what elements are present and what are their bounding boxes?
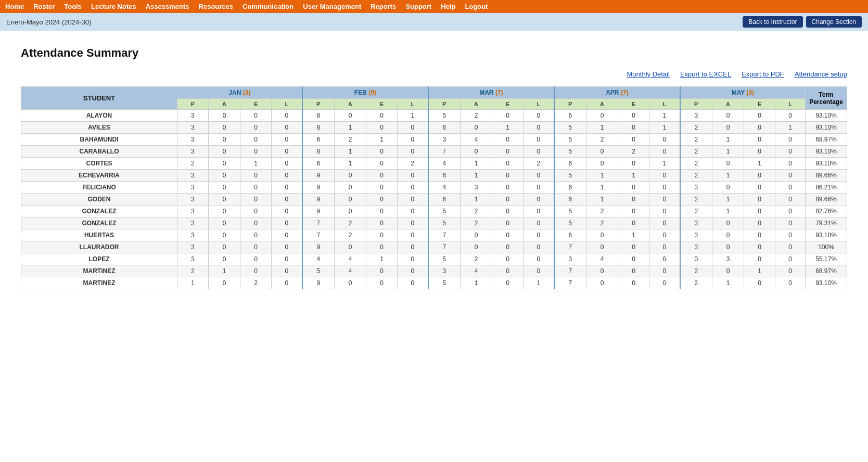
cell-mar-e: 0 xyxy=(492,146,524,158)
cell-mar-e: 0 xyxy=(492,229,524,241)
cell-feb-l: 0 xyxy=(398,265,428,277)
student-name: GODEN xyxy=(21,194,177,206)
cell-apr-p: 6 xyxy=(554,110,586,122)
pael-header-apr-a: A xyxy=(586,99,618,110)
term-percentage: 55.17% xyxy=(806,253,847,265)
cell-may-l: 0 xyxy=(775,146,806,158)
cell-may-a: 3 xyxy=(712,253,744,265)
cell-feb-l: 0 xyxy=(398,217,428,229)
cell-mar-p: 7 xyxy=(428,241,460,253)
cell-may-a: 0 xyxy=(712,229,744,241)
nav-item-lecture notes[interactable]: Lecture Notes xyxy=(91,3,136,10)
nav-item-resources[interactable]: Resources xyxy=(199,3,233,10)
cell-apr-p: 5 xyxy=(554,146,586,158)
cell-jan-p: 3 xyxy=(177,134,209,146)
cell-jan-l: 0 xyxy=(272,146,302,158)
nav-item-roster[interactable]: Roster xyxy=(33,3,55,10)
cell-may-l: 0 xyxy=(775,158,806,170)
nav-item-reports[interactable]: Reports xyxy=(371,3,396,10)
cell-mar-p: 4 xyxy=(428,158,460,170)
cell-mar-a: 0 xyxy=(460,122,492,134)
nav-item-help[interactable]: Help xyxy=(441,3,455,10)
cell-apr-a: 0 xyxy=(586,110,618,122)
cell-jan-a: 0 xyxy=(208,217,240,229)
export-excel-link[interactable]: Export to EXCEL xyxy=(680,70,731,78)
cell-feb-a: 0 xyxy=(334,241,366,253)
term-pct-col-header: TermPercentage xyxy=(806,87,847,110)
cell-mar-l: 2 xyxy=(524,158,554,170)
cell-apr-p: 7 xyxy=(554,241,586,253)
cell-may-p: 2 xyxy=(680,206,712,217)
cell-jan-l: 0 xyxy=(272,170,302,182)
student-name: CORTES xyxy=(21,158,177,170)
cell-may-a: 0 xyxy=(712,265,744,277)
cell-may-l: 0 xyxy=(775,241,806,253)
cell-feb-e: 0 xyxy=(366,277,398,289)
table-body: ALAYON3000800152006001300093.10%AVILES30… xyxy=(21,110,847,289)
cell-jan-e: 0 xyxy=(240,217,272,229)
cell-may-l: 0 xyxy=(775,182,806,194)
cell-feb-p: 6 xyxy=(302,158,334,170)
cell-mar-e: 0 xyxy=(492,206,524,217)
nav-item-tools[interactable]: Tools xyxy=(64,3,82,10)
cell-jan-e: 0 xyxy=(240,265,272,277)
pael-header-feb-e: E xyxy=(366,99,398,110)
cell-apr-l: 0 xyxy=(649,146,680,158)
term-percentage: 93.10% xyxy=(806,277,847,289)
pael-header-feb-p: P xyxy=(302,99,334,110)
change-section-button[interactable]: Change Section xyxy=(806,16,862,28)
cell-mar-p: 5 xyxy=(428,277,460,289)
cell-may-e: 0 xyxy=(744,194,775,206)
pael-header-may-l: L xyxy=(775,99,806,110)
export-pdf-link[interactable]: Export to PDF xyxy=(742,70,784,78)
monthly-detail-link[interactable]: Monthly Detail xyxy=(627,70,670,78)
term-percentage: 93.10% xyxy=(806,146,847,158)
cell-apr-e: 0 xyxy=(618,206,649,217)
cell-apr-a: 1 xyxy=(586,194,618,206)
cell-mar-l: 0 xyxy=(524,241,554,253)
cell-apr-a: 1 xyxy=(586,182,618,194)
cell-jan-e: 0 xyxy=(240,182,272,194)
student-name: HUERTAS xyxy=(21,229,177,241)
attendance-setup-link[interactable]: Attendance setup xyxy=(795,70,847,78)
cell-may-l: 0 xyxy=(775,170,806,182)
cell-jan-e: 0 xyxy=(240,229,272,241)
nav-item-logout[interactable]: Logout xyxy=(465,3,488,10)
nav-item-assessments[interactable]: Assessments xyxy=(146,3,189,10)
cell-mar-a: 3 xyxy=(460,182,492,194)
cell-mar-e: 0 xyxy=(492,194,524,206)
back-to-instructor-button[interactable]: Back to Instructor xyxy=(743,16,802,28)
cell-mar-e: 0 xyxy=(492,182,524,194)
nav-item-user management[interactable]: User Management xyxy=(303,3,361,10)
nav-item-communication[interactable]: Communication xyxy=(242,3,293,10)
cell-jan-l: 0 xyxy=(272,253,302,265)
cell-may-e: 1 xyxy=(744,265,775,277)
cell-feb-a: 1 xyxy=(334,158,366,170)
cell-apr-p: 5 xyxy=(554,170,586,182)
cell-may-e: 1 xyxy=(744,158,775,170)
cell-feb-e: 1 xyxy=(366,134,398,146)
cell-apr-p: 6 xyxy=(554,194,586,206)
cell-mar-p: 7 xyxy=(428,229,460,241)
table-row: MARTINEZ1020900051017000210093.10% xyxy=(21,277,847,289)
nav-item-home[interactable]: Home xyxy=(5,3,24,10)
month-header-jan: JAN (3) xyxy=(177,87,302,99)
student-name: LOPEZ xyxy=(21,253,177,265)
cell-feb-l: 0 xyxy=(398,206,428,217)
cell-jan-p: 3 xyxy=(177,229,209,241)
cell-may-l: 0 xyxy=(775,206,806,217)
cell-jan-e: 0 xyxy=(240,170,272,182)
cell-feb-l: 0 xyxy=(398,241,428,253)
cell-may-a: 1 xyxy=(712,134,744,146)
cell-apr-p: 5 xyxy=(554,122,586,134)
table-row: HUERTAS3000720070006010300093.10% xyxy=(21,229,847,241)
cell-apr-a: 2 xyxy=(586,206,618,217)
main-content: Attendance Summary Monthly Detail Export… xyxy=(0,31,868,300)
cell-jan-a: 0 xyxy=(208,241,240,253)
month-header-feb: FEB (9) xyxy=(302,87,428,99)
cell-mar-l: 0 xyxy=(524,194,554,206)
nav-item-support[interactable]: Support xyxy=(405,3,431,10)
cell-mar-a: 1 xyxy=(460,277,492,289)
cell-mar-e: 0 xyxy=(492,217,524,229)
cell-apr-l: 0 xyxy=(649,170,680,182)
